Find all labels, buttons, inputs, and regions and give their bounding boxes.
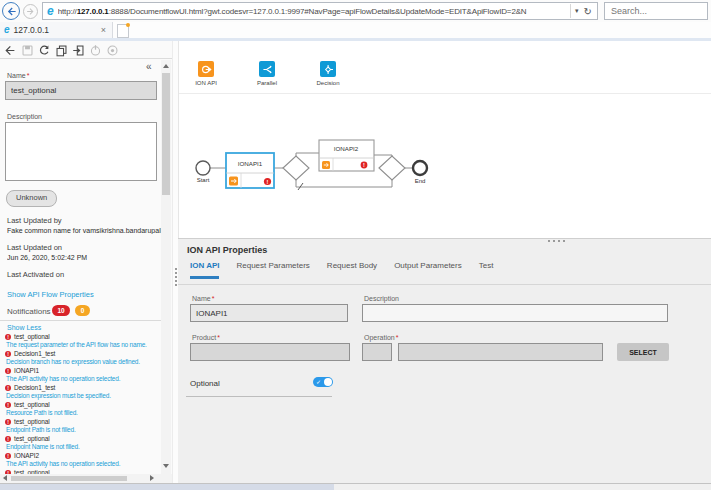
select-operation-button[interactable]: SELECT (617, 343, 669, 361)
back-button[interactable] (3, 43, 16, 56)
tab-favicon-icon: e (4, 25, 10, 35)
flow-end-node[interactable]: End (413, 161, 427, 184)
refresh-icon[interactable] (38, 43, 51, 56)
notification-message: The API activity has no operation select… (6, 375, 161, 382)
tab-title: 127.0.0.1 (14, 25, 99, 35)
refresh-icon[interactable]: ↻ (583, 6, 597, 17)
browser-forward-button[interactable] (23, 4, 38, 19)
browser-tab[interactable]: e 127.0.0.1 × (0, 22, 113, 38)
notification-source: test_optional (14, 333, 50, 340)
address-bar[interactable]: e http://127.0.0.1:8888/DocumentflowUI.h… (42, 2, 598, 20)
notifications-list: test_optional The request parameter of t… (5, 333, 161, 483)
forward-arrow-icon (26, 7, 35, 16)
new-tab-button[interactable] (117, 24, 129, 38)
notification-source: Decision1_test (14, 384, 55, 391)
show-less-link[interactable]: Show Less (7, 324, 41, 331)
splitter-grip-icon (175, 266, 177, 288)
operation-method-input[interactable] (362, 343, 392, 361)
notification-source: IONAPI1 (14, 367, 39, 374)
node-title: IONAPI2 (334, 145, 359, 152)
palette-item-label: Decision (309, 80, 347, 86)
sidebar-horizontal-scrollbar[interactable] (0, 474, 172, 483)
properties-panel-title: ION API Properties (187, 245, 267, 255)
notification-item[interactable]: test_optional Resource Path is not fille… (5, 401, 161, 416)
flow-decision-split[interactable] (283, 156, 309, 180)
optional-toggle[interactable]: ✓ (313, 377, 333, 387)
activate-icon[interactable] (89, 43, 102, 56)
notification-item[interactable]: IONAPI1 The API activity has no operatio… (5, 367, 161, 382)
tab-ion-api[interactable]: ION API (190, 261, 219, 279)
tab-close-icon[interactable]: × (99, 25, 108, 35)
horizontal-scrollbar-thumb[interactable] (11, 476, 127, 481)
save-icon[interactable] (21, 43, 34, 56)
error-icon (5, 419, 11, 425)
node-name-input[interactable] (190, 304, 348, 322)
browser-back-button[interactable] (2, 2, 20, 20)
tab-request-body[interactable]: Request Body (327, 261, 377, 279)
back-arrow-icon (6, 6, 17, 17)
scroll-down-icon[interactable] (163, 464, 169, 468)
notification-item[interactable]: test_optional The request parameter of t… (5, 333, 161, 348)
node-error-badge: ! (361, 162, 368, 169)
show-api-flow-properties-link[interactable]: Show API Flow Properties (7, 290, 94, 299)
notification-item[interactable]: Decision1_test Decision expression must … (5, 384, 161, 399)
notifications-label: Notifications (7, 307, 51, 316)
tab-request-parameters[interactable]: Request Parameters (236, 261, 309, 279)
error-icon (5, 436, 11, 442)
last-updated-on-value: Jun 26, 2020, 5:02:42 PM (7, 254, 161, 261)
flow-decision-merge[interactable] (379, 156, 405, 180)
vertical-scrollbar-thumb[interactable] (162, 73, 170, 195)
notification-item[interactable]: test_optional Endpoint Name is not fille… (5, 435, 161, 450)
tab-test[interactable]: Test (479, 261, 494, 279)
flow-node-ionapi1[interactable]: IONAPI1 ! (226, 153, 274, 188)
required-asterisk: * (212, 295, 215, 302)
name-field-label: Name* (7, 72, 29, 79)
operation-path-input[interactable] (398, 343, 603, 361)
palette-divider (179, 93, 711, 94)
url-dropdown-icon[interactable]: ▾ (571, 7, 583, 15)
scroll-up-icon[interactable] (163, 64, 169, 68)
required-asterisk: * (217, 334, 220, 341)
palette-item-parallel[interactable]: Parallel (248, 61, 286, 86)
flow-start-node[interactable]: Start (196, 161, 210, 183)
tab-output-parameters[interactable]: Output Parameters (394, 261, 462, 279)
last-updated-on-label: Last Updated on (7, 243, 62, 252)
notification-message: Endpoint Name is not filled. (6, 443, 161, 450)
operation-field-label: Operation* (364, 334, 398, 341)
notification-message: The API activity has no operation select… (6, 460, 161, 467)
svg-text:!: ! (363, 162, 365, 168)
required-asterisk: * (396, 334, 399, 341)
sidebar-vertical-scrollbar[interactable] (161, 60, 171, 474)
product-input[interactable] (190, 343, 350, 361)
flow-name-input[interactable] (5, 81, 157, 100)
notification-item[interactable]: Decision1_test Decision branch has no ex… (5, 350, 161, 365)
error-icon (5, 402, 11, 408)
ion-api-node-icon (229, 177, 238, 186)
flow-description-input[interactable] (5, 122, 157, 181)
palette-item-decision[interactable]: Decision (309, 61, 347, 86)
notification-source: IONAPI2 (14, 452, 39, 459)
palette-item-ion-api[interactable]: ION API (187, 61, 225, 86)
browser-search-input[interactable] (604, 2, 708, 20)
panel-resize-grip-icon[interactable] (548, 240, 565, 242)
palette-item-label: Parallel (248, 80, 286, 86)
flow-designer-canvas[interactable]: ION API Parallel Decision (178, 41, 711, 238)
export-icon[interactable] (72, 43, 85, 56)
collapse-sidebar-icon[interactable]: « (146, 61, 152, 72)
scroll-right-icon[interactable] (150, 475, 154, 481)
scroll-left-icon[interactable] (3, 475, 7, 481)
node-palette: ION API Parallel Decision (187, 61, 347, 86)
deactivate-icon[interactable] (106, 43, 119, 56)
properties-tabs: ION API Request Parameters Request Body … (190, 261, 493, 279)
notification-source: Decision1_test (14, 350, 55, 357)
flow-node-ionapi2[interactable]: IONAPI2 ! (319, 140, 374, 171)
notification-message: The request parameter of the API flow ha… (6, 341, 161, 348)
notification-source: test_optional (14, 401, 50, 408)
optional-section-divider (186, 396, 332, 397)
copy-icon[interactable] (55, 43, 68, 56)
notification-item[interactable]: test_optional Endpoint Path is not fille… (5, 418, 161, 433)
ion-api-node-icon (322, 161, 330, 169)
node-description-input[interactable] (362, 304, 668, 322)
notification-item[interactable]: IONAPI2 The API activity has no operatio… (5, 452, 161, 467)
last-activated-on-label: Last Activated on (7, 270, 64, 279)
